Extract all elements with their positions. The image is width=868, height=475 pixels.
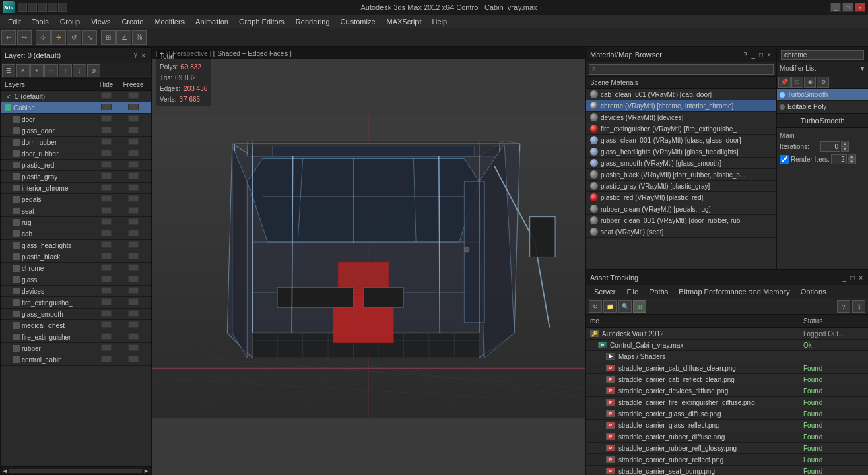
scale-icon[interactable]: ⤡: [82, 30, 97, 45]
restore-button[interactable]: □: [842, 3, 853, 12]
asset-close-button[interactable]: ×: [857, 274, 864, 282]
render-iters-input[interactable]: [831, 154, 847, 164]
layer-item[interactable]: plastic_red: [1, 160, 151, 171]
material-item[interactable]: plastic_gray (VRayMtl) [plastic_gray]: [586, 181, 776, 192]
material-item[interactable]: devices (VRayMtl) [devices]: [586, 112, 776, 123]
modifier-name-input[interactable]: [781, 50, 864, 60]
layer-item[interactable]: seat: [1, 205, 151, 217]
layer-item[interactable]: glass_headlights: [1, 240, 151, 251]
asset-menu-item-bitmap-performance-and-memory[interactable]: Bitmap Performance and Memory: [673, 287, 795, 296]
asset-folder-icon[interactable]: 📁: [603, 300, 617, 313]
menu-item-group[interactable]: Group: [55, 16, 86, 27]
asset-row[interactable]: Pstraddle_carrier_rubber_refl_glossy.png…: [586, 443, 868, 454]
asset-restore-button[interactable]: □: [849, 274, 856, 282]
asset-row[interactable]: Pstraddle_carrier_rubber_diffuse.pngFoun…: [586, 431, 868, 443]
material-item[interactable]: glass_smooth (VRayMtl) [glass_smooth]: [586, 158, 776, 169]
asset-row[interactable]: Pstraddle_carrier_devices_diffuse.pngFou…: [586, 385, 868, 397]
asset-help-icon[interactable]: ?: [837, 300, 850, 313]
asset-row[interactable]: Pstraddle_carrier_glass_diffuse.pngFound: [586, 408, 868, 420]
layer-item[interactable]: chrome: [1, 263, 151, 274]
modifier-item-turbosmooth[interactable]: TurboSmooth: [777, 89, 868, 101]
select-icon[interactable]: ⊹: [36, 30, 51, 45]
layer-item[interactable]: control_cabin: [1, 354, 151, 366]
viewport-canvas[interactable]: [152, 59, 585, 475]
angle-snap-icon[interactable]: ∠: [116, 30, 131, 45]
iterations-up[interactable]: ▲: [841, 141, 849, 146]
asset-search-icon[interactable]: 🔍: [618, 300, 632, 313]
material-item[interactable]: plastic_black (VRayMtl) [dorr_rubber, pl…: [586, 169, 776, 181]
material-item[interactable]: glass_clean_001 (VRayMtl) [glass, glass_…: [586, 135, 776, 146]
asset-menu-item-paths[interactable]: Paths: [644, 287, 673, 296]
material-item[interactable]: seat (VRayMtl) [seat]: [586, 226, 776, 238]
menu-item-rendering[interactable]: Rendering: [290, 16, 335, 27]
material-item[interactable]: fire_extinguisher (VRayMtl) [fire_exting…: [586, 123, 776, 135]
layer-item[interactable]: glass_smooth: [1, 309, 151, 320]
redo-icon[interactable]: ↪: [17, 30, 32, 45]
layer-item[interactable]: glass: [1, 274, 151, 286]
mat-search-input[interactable]: [589, 64, 774, 75]
layers-select-icon[interactable]: ⊹: [44, 64, 58, 77]
layer-item[interactable]: plastic_gray: [1, 171, 151, 183]
layers-move-icon[interactable]: ↑: [59, 64, 72, 77]
asset-row[interactable]: Pstraddle_carrier_rubber_reflect.pngFoun…: [586, 454, 868, 466]
menu-item-animation[interactable]: Animation: [190, 16, 234, 27]
material-item[interactable]: rubber_clean_001 (VRayMtl) [door_rubber,…: [586, 215, 776, 226]
material-item[interactable]: rubber_clean (VRayMtl) [pedals, rug]: [586, 203, 776, 215]
layer-item[interactable]: rubber: [1, 343, 151, 354]
material-item[interactable]: glass_headlights (VRayMtl) [glass_headli…: [586, 146, 776, 158]
layer-item[interactable]: glass_door: [1, 125, 151, 137]
menu-item-tools[interactable]: Tools: [26, 16, 55, 27]
material-item[interactable]: cab_clean_001 (VRayMtl) [cab, door]: [586, 89, 776, 100]
layer-item[interactable]: door_rubber: [1, 148, 151, 160]
layer-item[interactable]: medical_chest: [1, 320, 151, 331]
mat-browser-close-button[interactable]: ×: [766, 51, 772, 59]
rotate-icon[interactable]: ↺: [67, 30, 81, 45]
layer-item[interactable]: rug: [1, 217, 151, 228]
layer-item[interactable]: Cabine: [1, 102, 151, 114]
asset-grid-icon[interactable]: ⊞: [633, 300, 646, 313]
layer-item[interactable]: pedals: [1, 194, 151, 205]
layer-item[interactable]: devices: [1, 286, 151, 297]
asset-refresh-icon[interactable]: ↻: [589, 300, 602, 313]
material-item[interactable]: chrome (VRayMtl) [chrome, interior_chrom…: [586, 100, 776, 112]
mat-browser-minimize-button[interactable]: _: [750, 51, 757, 59]
material-item[interactable]: plastic_red (VRayMtl) [plastic_red]: [586, 192, 776, 203]
layers-delete-icon[interactable]: ✕: [16, 64, 30, 77]
render-iters-up[interactable]: ▲: [848, 154, 856, 159]
render-iters-down[interactable]: ▼: [848, 159, 856, 164]
asset-row[interactable]: Pstraddle_carrier_seat_bump.pngFound: [586, 466, 868, 475]
layer-item[interactable]: interior_chrome: [1, 183, 151, 194]
render-iters-checkbox[interactable]: [780, 155, 789, 164]
layer-item[interactable]: cab: [1, 228, 151, 240]
mod-config-icon[interactable]: ⚙: [817, 77, 829, 88]
asset-minimize-button[interactable]: _: [842, 274, 848, 282]
asset-row[interactable]: 🔑Autodesk Vault 2012Logged Out...: [586, 328, 868, 340]
menu-item-customize[interactable]: Customize: [335, 16, 381, 27]
asset-menu-item-file[interactable]: File: [621, 287, 644, 296]
layer-item[interactable]: fire_extinguishe_: [1, 297, 151, 309]
menu-item-modifiers[interactable]: Modifiers: [149, 16, 190, 27]
close-button[interactable]: ×: [855, 3, 865, 12]
asset-row[interactable]: ▶Maps / Shaders: [586, 351, 868, 362]
move-icon[interactable]: ✛: [51, 30, 66, 45]
layers-close-button[interactable]: ×: [140, 52, 147, 59]
layers-scroll-bar[interactable]: ◄ ►: [1, 466, 151, 474]
asset-info-icon[interactable]: ℹ: [852, 300, 865, 313]
asset-menu-item-options[interactable]: Options: [795, 287, 832, 296]
mod-show-icon[interactable]: ◉: [804, 77, 816, 88]
menu-item-graph-editors[interactable]: Graph Editors: [234, 16, 290, 27]
asset-menu-item-server[interactable]: Server: [589, 287, 621, 296]
minimize-button[interactable]: _: [830, 3, 841, 12]
layer-item[interactable]: ✓0 (default): [1, 91, 151, 102]
asset-row[interactable]: Pstraddle_carrier_fire_extinguisher_diff…: [586, 397, 868, 408]
mat-browser-restore-button[interactable]: □: [758, 51, 764, 59]
iterations-down[interactable]: ▼: [841, 146, 849, 152]
snap-icon[interactable]: ⊞: [101, 30, 116, 45]
menu-item-create[interactable]: Create: [116, 16, 149, 27]
layer-item[interactable]: dorr_rubber: [1, 137, 151, 148]
layer-item[interactable]: plastic_black: [1, 251, 151, 263]
layers-help-button[interactable]: ?: [133, 52, 139, 59]
layer-item[interactable]: door: [1, 114, 151, 125]
iterations-input[interactable]: [820, 141, 840, 152]
menu-item-views[interactable]: Views: [86, 16, 116, 27]
